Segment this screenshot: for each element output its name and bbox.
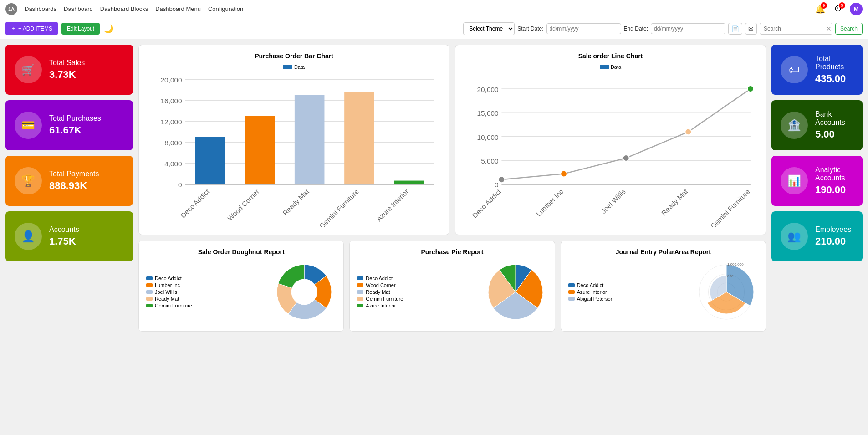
end-date-input[interactable] (651, 23, 725, 34)
pie-legend: Deco Addict Wood Corner Ready Mat Gemini… (357, 276, 479, 308)
kpi-title: Total Sales (49, 59, 85, 67)
search-clear-btn[interactable]: ✕ (826, 25, 832, 32)
legend-color (357, 276, 363, 280)
svg-text:1,000,000: 1,000,000 (727, 262, 744, 266)
search-button[interactable]: Search (835, 23, 863, 35)
timer-btn[interactable]: ⏱ 5 (832, 2, 845, 16)
notification-btn[interactable]: 🔔 9 (813, 2, 827, 16)
svg-text:Joel Willis: Joel Willis (599, 188, 627, 215)
svg-rect-16 (295, 95, 325, 184)
nav-dashboard-blocks[interactable]: Dashboard Blocks (100, 5, 148, 12)
kpi-value: 190.00 (815, 184, 853, 196)
donut-chart-card: Sale Order Doughnut Report Deco Addict L… (138, 241, 344, 332)
add-items-button[interactable]: ＋ + ADD ITEMS (5, 22, 58, 35)
start-date-input[interactable] (546, 23, 621, 34)
kpi-value: 435.00 (815, 73, 853, 85)
kpi-title: Accounts (49, 225, 79, 234)
kpi-right-3: 👥 Employees 210.00 (771, 211, 863, 261)
donut-svg (272, 260, 336, 324)
nav-dashboard-menu[interactable]: Dashboard Menu (155, 5, 201, 12)
theme-toggle-button[interactable]: 🌙 (103, 24, 113, 34)
timer-badge: 5 (839, 2, 845, 9)
svg-text:000: 000 (727, 274, 734, 278)
legend-label: Gemini Furniture (366, 296, 403, 302)
bar-chart-svg: 04,0008,00012,00016,00020,000Deco Addict… (146, 72, 442, 227)
pie-chart-title: Purchase Pie Report (357, 248, 547, 256)
toolbar-right: Select Theme Start Date: End Date: 📄 ✉ ✕… (463, 22, 863, 35)
legend-label: Deco Addict (577, 282, 604, 288)
svg-text:Ready Mat: Ready Mat (660, 187, 689, 217)
kpi-text: Analytic Accounts 190.00 (815, 166, 853, 196)
svg-text:Deco Addict: Deco Addict (471, 187, 503, 219)
kpi-text: Bank Accounts 5.00 (815, 110, 853, 140)
svg-text:0: 0 (178, 181, 182, 189)
nav-configuration[interactable]: Configuration (208, 5, 243, 12)
end-date-label: End Date: (624, 26, 648, 32)
kpi-text: Total Payments 888.93K (49, 170, 99, 192)
avatar-btn[interactable]: M (850, 3, 863, 15)
nav-dashboard[interactable]: Dashboard (64, 5, 93, 12)
polar-wrap: Deco Addict Azure Interior Abigail Peter… (568, 260, 758, 324)
legend-item: Azure Interior (568, 289, 690, 295)
legend-item: Deco Addict (146, 276, 268, 281)
donut-legend: Deco Addict Lumber Inc Joel Willis Ready… (146, 276, 268, 308)
svg-text:20,000: 20,000 (477, 86, 499, 93)
svg-point-39 (685, 129, 691, 135)
donut-wrap: Deco Addict Lumber Inc Joel Willis Ready… (146, 260, 336, 324)
svg-text:10,000: 10,000 (477, 133, 499, 141)
legend-color (146, 290, 153, 294)
svg-text:Wood Corner: Wood Corner (226, 188, 260, 222)
legend-label: Deco Addict (366, 276, 393, 281)
legend-label: Azure Interior (577, 289, 607, 295)
bar-chart-card: Purchase Order Bar Chart Data 04,0008,00… (138, 45, 449, 235)
svg-text:Ready Mat: Ready Mat (281, 187, 311, 217)
kpi-text: Employees 210.00 (815, 225, 851, 247)
legend-color (146, 297, 153, 301)
legend-item: Azure Interior (357, 303, 479, 308)
donut-chart-title: Sale Order Doughnut Report (146, 248, 336, 256)
nav-dashboards[interactable]: Dashboards (25, 5, 56, 12)
email-icon-btn[interactable]: ✉ (745, 23, 757, 35)
polar-chart-title: Journal Entry PolarArea Report (568, 248, 758, 256)
kpi-icon: 🏷 (781, 56, 808, 83)
kpi-icon: 👤 (15, 223, 42, 250)
search-input[interactable] (760, 23, 832, 35)
bar-chart-title: Purchase Order Bar Chart (146, 52, 442, 60)
kpi-left-3: 👤 Accounts 1.75K (5, 211, 133, 261)
svg-point-41 (747, 86, 754, 92)
nav-logo: 1A (5, 3, 17, 15)
select-theme-dropdown[interactable]: Select Theme (463, 22, 515, 35)
legend-item: Gemini Furniture (357, 296, 479, 302)
svg-text:8,000: 8,000 (164, 139, 182, 147)
bottom-charts-row: Sale Order Doughnut Report Deco Addict L… (138, 241, 766, 332)
kpi-title: Total Products (815, 55, 853, 71)
top-nav: 1A Dashboards Dashboard Dashboard Blocks… (0, 0, 868, 18)
polar-legend: Deco Addict Azure Interior Abigail Peter… (568, 282, 690, 302)
kpi-value: 3.73K (49, 69, 85, 81)
kpi-value: 888.93K (49, 180, 99, 192)
legend-label: Lumber Inc (155, 282, 180, 288)
kpi-left-1: 💳 Total Purchases 61.67K (5, 100, 133, 150)
legend-color (146, 283, 153, 287)
kpi-right-1: 🏦 Bank Accounts 5.00 (771, 100, 863, 150)
kpi-title: Employees (815, 225, 851, 234)
svg-text:12,000: 12,000 (161, 118, 182, 126)
line-chart-svg: 05,00010,00015,00020,000Deco AddictLumbe… (463, 72, 758, 227)
nav-right: 🔔 9 ⏱ 5 M (813, 2, 863, 16)
polar-chart-card: Journal Entry PolarArea Report Deco Addi… (561, 241, 766, 332)
kpi-value: 61.67K (49, 124, 101, 136)
legend-item: Lumber Inc (146, 282, 268, 288)
svg-text:20,000: 20,000 (161, 76, 182, 84)
svg-rect-12 (195, 137, 225, 184)
legend-color (357, 304, 363, 307)
pdf-icon-btn[interactable]: 📄 (728, 23, 742, 35)
kpi-icon: 🛒 (15, 56, 42, 83)
start-date-label: Start Date: (517, 26, 543, 32)
pie-chart-card: Purchase Pie Report Deco Addict Wood Cor… (349, 241, 555, 332)
notification-badge: 9 (821, 2, 827, 9)
edit-layout-button[interactable]: Edit Layout (61, 23, 100, 35)
kpi-right-2: 📊 Analytic Accounts 190.00 (771, 156, 863, 206)
kpi-value: 210.00 (815, 235, 851, 247)
polar-svg: 1,000,000000 (694, 260, 758, 324)
kpi-icon: 🏦 (781, 112, 808, 139)
